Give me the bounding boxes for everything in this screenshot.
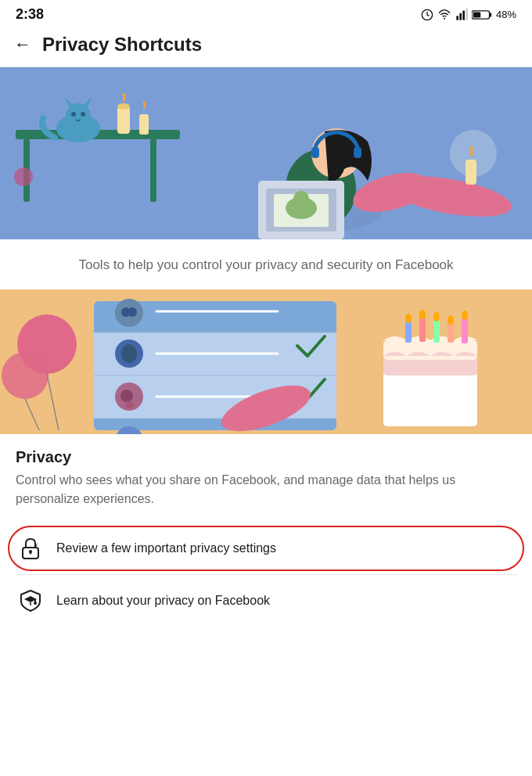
subtitle-section: Tools to help you control your privacy a… [0,239,532,289]
svg-rect-8 [473,12,481,17]
svg-rect-26 [311,147,319,158]
page-title: Privacy Shortcuts [42,34,202,56]
hero-svg [0,67,532,239]
svg-rect-5 [466,9,468,20]
review-privacy-label: Review a few important privacy settings [56,541,516,555]
status-time: 2:38 [16,6,44,23]
svg-point-56 [120,390,133,402]
svg-point-54 [128,307,137,317]
svg-point-71 [419,310,426,319]
hero-illustration [0,67,532,239]
svg-rect-4 [462,10,465,20]
svg-rect-68 [448,322,454,343]
svg-rect-36 [466,160,476,185]
svg-point-57 [125,402,135,408]
svg-point-78 [34,602,37,605]
svg-rect-21 [139,114,149,135]
svg-point-72 [433,312,440,322]
learn-privacy-item[interactable]: Learn about your privacy on Facebook [0,575,532,627]
svg-point-55 [121,344,137,363]
subtitle-text: Tools to help you control your privacy a… [23,255,509,275]
svg-point-1 [444,17,445,19]
battery-icon [472,9,492,20]
svg-rect-7 [490,13,492,16]
svg-point-74 [462,311,468,320]
svg-rect-62 [383,372,477,426]
battery-percent: 48% [496,9,516,20]
svg-rect-27 [354,147,361,158]
review-privacy-item[interactable]: Review a few important privacy settings [0,523,532,574]
svg-rect-3 [459,13,462,20]
svg-rect-12 [150,139,156,202]
learn-privacy-label: Learn about your privacy on Facebook [56,594,516,608]
svg-rect-67 [433,319,440,343]
svg-point-18 [81,112,85,117]
app-header: ← Privacy Shortcuts [0,26,532,67]
privacy-svg [0,289,532,434]
status-icons: 48% [421,9,516,21]
svg-point-17 [71,112,76,117]
svg-point-14 [66,103,91,128]
privacy-title: Privacy [16,448,516,466]
graduation-shield-icon [16,586,45,616]
status-bar: 2:38 48% [0,0,532,26]
svg-rect-65 [405,321,412,343]
privacy-illustration [0,289,532,434]
back-button[interactable]: ← [14,34,31,55]
svg-point-37 [14,167,33,186]
svg-rect-69 [462,318,468,343]
signal-icon [455,9,468,21]
svg-point-33 [293,191,309,207]
privacy-section: Privacy Control who sees what you share … [0,434,532,515]
svg-point-20 [117,103,130,110]
lock-heart-icon [16,534,45,563]
clock-icon [421,9,433,21]
svg-point-40 [2,352,49,399]
svg-point-73 [448,315,454,325]
svg-rect-2 [456,16,458,20]
wifi-icon [437,9,451,21]
svg-rect-19 [117,106,130,134]
menu-items: Review a few important privacy settings … [0,515,532,627]
privacy-description: Control who sees what you share on Faceb… [16,471,516,508]
svg-rect-66 [419,317,426,342]
svg-point-70 [405,314,412,323]
